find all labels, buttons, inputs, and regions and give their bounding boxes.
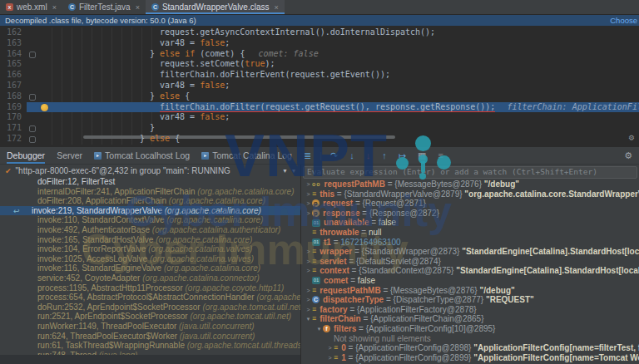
fold-marker-icon[interactable] — [29, 136, 36, 143]
field-icon: ≡ — [312, 286, 316, 296]
variable-row[interactable]: ▾≡filterChain = {ApplicationFilterChain@… — [301, 314, 639, 324]
frame-row[interactable]: internalDoFilter:241, ApplicationFilterC… — [0, 187, 300, 197]
layout-settings-icon[interactable]: ≡ — [438, 147, 443, 164]
editor-tab[interactable]: xweb.xml× — [0, 0, 62, 14]
frame-row[interactable]: run:61, TaskThread$WrappingRunnable (org… — [0, 341, 300, 351]
chevron-down-icon[interactable]: ▾ — [292, 167, 295, 175]
code-line: 164} else if (comet) {comet: false — [0, 49, 639, 60]
frame-row[interactable]: process:654, AbstractProtocol$AbstractCo… — [0, 293, 300, 303]
variable-row[interactable]: >prequest = {Request@2871} — [301, 199, 639, 209]
variable-name: filterChain — [320, 314, 360, 323]
frame-row[interactable]: run:624, ThreadPoolExecutor$Worker (java… — [0, 332, 300, 342]
frame-row[interactable]: run:2521, AprEndpoint$SocketProcessor (o… — [0, 312, 300, 322]
step-out-icon[interactable]: ↑ — [382, 147, 387, 164]
tree-chevron-icon[interactable]: ▾ — [305, 314, 312, 324]
frame-package: (org.apache.catalina.valves) — [147, 254, 254, 263]
close-icon[interactable]: × — [52, 3, 57, 12]
frame-row[interactable]: invoke:1025, AccessLogValve (org.apache.… — [0, 254, 300, 264]
variable-value: {Response@2872} — [369, 209, 439, 218]
frame-row[interactable]: invoke:492, AuthenticatorBase (org.apach… — [0, 225, 300, 235]
step-over-icon[interactable]: ↷ — [330, 147, 338, 164]
tree-chevron-icon[interactable]: > — [305, 266, 312, 276]
tree-chevron-icon[interactable]: > — [305, 189, 312, 199]
variable-row[interactable]: >≡servlet = {DefaultServlet@2874} — [301, 257, 639, 267]
tree-chevron-icon[interactable]: > — [305, 295, 312, 305]
variable-content: this = {StandardWrapperValve@2879} "org.… — [320, 189, 639, 199]
choose-sources-link[interactable]: Choose — [610, 16, 637, 25]
run-to-cursor-icon[interactable]: ↦ — [399, 147, 406, 164]
variable-row[interactable]: ▾ffilters = {ApplicationFilterConfig[10]… — [301, 324, 639, 334]
variable-row[interactable]: >oorequestPathMB = {MessageBytes@2876} "… — [301, 180, 639, 189]
show-execution-point-icon[interactable]: ≣ — [304, 147, 311, 164]
tree-chevron-icon[interactable]: > — [305, 247, 312, 257]
force-step-into-icon[interactable]: ↓ — [366, 147, 371, 164]
debug-tab-tomcat-localhost-log[interactable]: ▸Tomcat Localhost Log — [94, 147, 190, 164]
variable-row[interactable]: Not showing null elements — [301, 334, 639, 344]
tree-chevron-icon[interactable]: > — [305, 209, 312, 219]
editor-tab[interactable]: CFilterTest.java× — [62, 0, 146, 14]
variable-row[interactable]: >≡factory = {ApplicationFilterFactory@28… — [301, 305, 639, 315]
close-icon[interactable]: × — [136, 3, 140, 12]
frame-package: (org.apache.catalina.authenticator) — [150, 225, 280, 234]
code-statement: filterChain.doFilter(request.getRequest(… — [160, 102, 495, 111]
variable-row[interactable]: 01unavailable = false — [301, 218, 639, 228]
variable-row[interactable]: >presponse = {Response@2872} — [301, 209, 639, 219]
step-into-icon[interactable]: ↓ — [349, 147, 354, 164]
frame-location: runWorker:1149, ThreadPoolExecutor — [37, 322, 176, 331]
code-editor[interactable]: 162request.getAsyncContextInternal().doI… — [0, 26, 639, 147]
frame-row[interactable]: runWorker:1149, ThreadPoolExecutor (java… — [0, 322, 300, 332]
frame-row[interactable]: process:1195, AbstractHttp11Processor (o… — [0, 283, 300, 293]
fold-marker-icon[interactable] — [29, 52, 36, 58]
evaluate-expression-input[interactable]: Evaluate expression (Enter) or add a wat… — [303, 166, 637, 179]
tree-chevron-icon[interactable]: > — [305, 257, 312, 267]
filter-icon[interactable]: ▼ — [282, 168, 288, 174]
frame-row[interactable]: doFilter:12, FilterTest — [0, 177, 300, 187]
variable-name: wrapper — [320, 247, 352, 256]
frame-row[interactable]: ↩invoke:219, StandardWrapperValve (org.a… — [0, 206, 300, 216]
thread-selector[interactable]: ✔ "http-apr-8000-exec-6"@2,432 in group … — [0, 165, 300, 177]
gear-icon[interactable]: ⚙ — [624, 150, 632, 161]
editor-tab[interactable]: CStandardWrapperValve.class× — [146, 0, 285, 14]
fold-marker-icon[interactable] — [29, 94, 36, 101]
debug-tab-server[interactable]: Server — [57, 147, 82, 164]
variable-row[interactable]: ≡throwable = null — [301, 228, 639, 238]
frame-text: doRun:2532, AprEndpoint$SocketProcessor … — [37, 303, 300, 312]
frames-scroll-track[interactable] — [0, 355, 300, 364]
variable-row[interactable]: >≡1 = {ApplicationFilterConfig@2899} "Ap… — [301, 353, 639, 363]
frame-location: process:654, AbstractProtocol$AbstractCo… — [37, 293, 255, 302]
variable-value: {Request@2871} — [363, 199, 426, 208]
variable-name: t1 — [324, 238, 331, 247]
fold-marker-icon[interactable] — [29, 125, 36, 132]
variable-row[interactable]: >≡0 = {ApplicationFilterConfig@2898} "Ap… — [301, 343, 639, 353]
tree-chevron-icon[interactable]: > — [305, 180, 312, 189]
variable-row[interactable]: >CdispatcherType = {DispatcherType@2877}… — [301, 295, 639, 305]
intention-bulb-icon[interactable] — [41, 104, 48, 111]
variable-row[interactable]: >≡wrapper = {StandardWrapper@2873} "Stan… — [301, 247, 639, 257]
code-line: 168} else { — [0, 91, 639, 102]
variable-row[interactable]: >≡requestPathMB = {MessageBytes@2876} "/… — [301, 286, 639, 296]
tree-chevron-icon[interactable]: > — [326, 353, 334, 363]
frame-row[interactable]: invoke:110, StandardContextValve (org.ap… — [0, 215, 300, 225]
close-icon[interactable]: × — [275, 3, 279, 12]
debug-tab-tomcat-catalina-log[interactable]: ▸Tomcat Catalina Log — [201, 147, 292, 164]
evaluate-expression-icon[interactable]: ▦ — [418, 147, 426, 164]
frame-row[interactable]: doRun:2532, AprEndpoint$SocketProcessor … — [0, 303, 300, 312]
variable-row[interactable]: 01comet = false — [301, 276, 639, 286]
variable-row[interactable]: >≡context = {StandardContext@2875} "Stan… — [301, 266, 639, 276]
variable-row[interactable]: 01t1 = 1672164963100 — [301, 238, 639, 248]
frame-row[interactable]: invoke:116, StandardEngineValve (org.apa… — [0, 263, 300, 273]
tree-chevron-icon[interactable]: > — [305, 305, 312, 315]
frame-row[interactable]: service:452, CoyoteAdapter (org.apache.c… — [0, 273, 300, 283]
tree-chevron-icon[interactable]: ▾ — [315, 324, 323, 334]
variable-value: {StandardWrapper@2873} — [362, 247, 460, 256]
frame-row[interactable]: invoke:104, ErrorReportValve (org.apache… — [0, 244, 300, 254]
tree-chevron-icon[interactable]: > — [326, 343, 334, 353]
variable-row[interactable]: >≡this = {StandardWrapperValve@2879} "or… — [301, 189, 639, 199]
frame-text: process:654, AbstractProtocol$AbstractCo… — [37, 293, 300, 302]
debug-tab-debugger[interactable]: Debugger — [7, 147, 45, 164]
debug-tool-window: DebuggerServer▸Tomcat Localhost Log▸Tomc… — [0, 146, 639, 364]
frame-row[interactable]: doFilter:208, ApplicationFilterChain (or… — [0, 196, 300, 206]
tree-chevron-icon[interactable]: > — [305, 199, 312, 209]
frame-row[interactable]: invoke:165, StandardHostValve (org.apach… — [0, 235, 300, 245]
tree-chevron-icon[interactable]: > — [305, 286, 312, 296]
